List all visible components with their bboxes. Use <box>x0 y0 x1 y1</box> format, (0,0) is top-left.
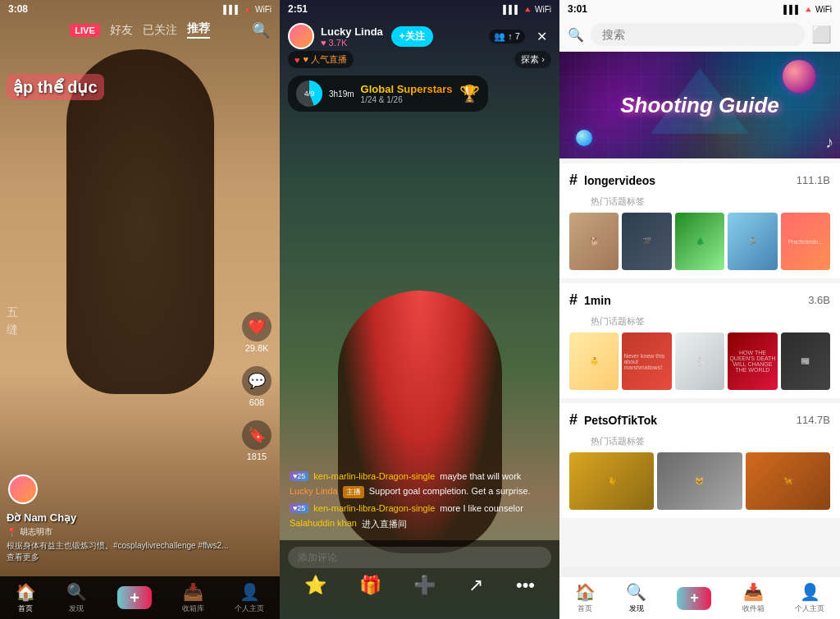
hashtag-header-longervideos[interactable]: # longervideos 111.1B <box>569 172 830 189</box>
rank-info: Global Superstars 1/24 & 1/26 <box>361 83 453 104</box>
panel3-search-bar: 🔍 ⬜ <box>559 18 840 52</box>
hashtag-header-pets[interactable]: # PetsOfTikTok 114.7B <box>569 411 830 429</box>
nav-discover[interactable]: 🔍 发现 <box>66 582 87 614</box>
viewers-badge: 👥 ↑ 7 <box>489 30 525 44</box>
live-badge: LIVE <box>70 24 99 37</box>
bookmark-action[interactable]: 🔖 1815 <box>242 420 272 461</box>
hashtag-subtitle-3: 热门话题标签 <box>591 435 830 447</box>
nav-home-label: 首页 <box>18 603 33 614</box>
panel2-top-overlay: Lucky Linda ♥ 3.7K +关注 👥 ↑ 7 ✕ <box>280 18 559 54</box>
status-bar-panel1: 3:08 ▌▌▌ 🔺 WiFi <box>0 0 280 18</box>
p3-nav-profile[interactable]: 👤 个人主页 <box>795 582 824 614</box>
comment-action[interactable]: 💬 608 <box>242 366 272 407</box>
p3-nav-home[interactable]: 🏠 首页 <box>575 582 596 614</box>
panel2-livechat: 2:51 ▌▌▌ 🔺 WiFi Lucky Linda ♥ 3.7K +关注 👥… <box>280 0 559 619</box>
panel1-right-actions: ❤️ 29.8K 💬 608 🔖 1815 <box>242 312 272 461</box>
panel3-discover: 3:01 ▌▌▌ 🔺 WiFi 🔍 ⬜ Shooting Guide ♪ # l… <box>559 0 840 619</box>
panel1-livestream: 3:08 ▌▌▌ 🔺 WiFi LIVE 好友 已关注 推荐 🔍 ập thể … <box>0 0 280 619</box>
nav-profile-label: 个人主页 <box>235 603 264 614</box>
panel1-top-bar: LIVE 好友 已关注 推荐 <box>0 21 280 39</box>
hashtag-subtitle-1: 热门话题标签 <box>591 195 830 208</box>
thumb-1-2[interactable]: 🎬 <box>622 213 671 270</box>
chat-message-3: Salahuddin khan 进入直播间 <box>290 518 550 530</box>
nav-home[interactable]: 🏠 首页 <box>16 582 36 614</box>
discover-icon: 🔍 <box>66 582 87 602</box>
p3-nav-inbox[interactable]: 📥 收件箱 <box>742 582 765 614</box>
thumb-1-5[interactable]: Practicando... <box>781 213 830 270</box>
comment-icon: 💬 <box>242 366 272 396</box>
bookmark-icon: 🔖 <box>242 420 272 450</box>
location-text: 胡志明市 <box>20 526 52 538</box>
comment-input-row <box>288 547 551 568</box>
p3-nav-plus[interactable]: + <box>677 587 711 610</box>
share-icon[interactable]: ↗ <box>468 575 483 596</box>
like-action[interactable]: ❤️ 29.8K <box>242 312 272 353</box>
more-icon[interactable]: ••• <box>516 575 535 596</box>
banner-sphere-2 <box>576 130 592 146</box>
thumb-3-1[interactable]: 🐈 <box>569 452 654 510</box>
thumb-3-3[interactable]: 🦮 <box>746 452 830 510</box>
tab-friends[interactable]: 好友 <box>110 23 133 38</box>
hashtag-section-1min: # 1min 3.6B 热门话题标签 👶 Never knew this abo… <box>559 283 840 398</box>
panel3-content[interactable]: # longervideos 111.1B 热门话题标签 🐕 🎬 🌲 🏃 <box>559 158 840 567</box>
search-input-panel3[interactable] <box>591 23 805 46</box>
p3-nav-discover[interactable]: 🔍 发现 <box>626 582 646 614</box>
gift-icon[interactable]: 🎁 <box>359 575 381 596</box>
home-icon: 🏠 <box>16 582 36 602</box>
thumb-3-2[interactable]: 🐱 <box>657 452 742 510</box>
chat-text-2: more I like counselor <box>440 503 550 513</box>
like-count: 29.8K <box>245 343 269 353</box>
nav-inbox[interactable]: 📥 收箱库 <box>182 582 204 614</box>
panel2-top-right: 👥 ↑ 7 ✕ <box>489 26 551 46</box>
add-circle-icon[interactable]: ➕ <box>413 575 436 596</box>
hashtag-name-2: 1min <box>584 294 801 307</box>
thumb-1-3[interactable]: 🌲 <box>675 213 724 270</box>
time-panel2: 2:51 <box>288 3 308 15</box>
rank-time: 3h19m <box>329 89 354 99</box>
thumb-2-3[interactable]: 🐇 <box>675 332 724 390</box>
chat-message-2: ♥25 ken-marlin-libra-Dragon-single more … <box>290 503 550 513</box>
thumb-1-4[interactable]: 🏃 <box>728 213 777 270</box>
tab-following[interactable]: 已关注 <box>143 23 177 38</box>
hashtag-count-1: 111.1B <box>797 174 830 186</box>
host-tag: 主播 <box>343 486 364 498</box>
streamer-avatar[interactable] <box>8 475 38 504</box>
rank-progress-text: 4/9 <box>304 89 315 98</box>
hero-banner: Shooting Guide ♪ <box>559 52 840 158</box>
scan-icon[interactable]: ⬜ <box>811 25 832 44</box>
time-panel3: 3:01 <box>568 3 587 15</box>
streamer-name: Đờ Nam Chạy <box>7 511 239 524</box>
explore-button[interactable]: 探素 › <box>514 51 551 68</box>
nav-profile[interactable]: 👤 个人主页 <box>235 582 264 614</box>
host-avatar[interactable] <box>288 23 314 49</box>
chat-badge-2: ♥25 <box>290 503 308 513</box>
viewers-icon: 👥 <box>494 31 505 42</box>
thumb-2-4[interactable]: HOW THE QUEEN'S DEATH WILL CHANGE THE WO… <box>728 332 777 390</box>
chat-username-2: ken-marlin-libra-Dragon-single <box>313 503 435 513</box>
p3-nav-inbox-label: 收件箱 <box>742 603 765 614</box>
trophy-icon: 🏆 <box>459 84 480 103</box>
nav-plus-button[interactable]: + <box>117 586 152 609</box>
rank-dates: 1/24 & 1/26 <box>361 95 453 104</box>
hashtag-section-petsoftiktok: # PetsOfTikTok 114.7B 热门话题标签 🐈 🐱 🦮 <box>559 403 840 518</box>
hashtag-thumbs-3: 🐈 🐱 🦮 <box>569 452 830 510</box>
status-icons-panel3: ▌▌▌ 🔺 WiFi <box>783 5 832 14</box>
hashtag-header-1min[interactable]: # 1min 3.6B <box>569 291 830 309</box>
chat-text-0: maybe that will work <box>440 471 550 481</box>
follow-button[interactable]: +关注 <box>391 26 433 47</box>
thumb-2-1[interactable]: 👶 <box>569 332 619 390</box>
nav-discover-label: 发现 <box>69 603 84 614</box>
chat-messages: ♥25 ken-marlin-libra-Dragon-single maybe… <box>280 465 559 537</box>
hashtag-thumbs-1: 🐕 🎬 🌲 🏃 Practicando... <box>569 213 830 270</box>
comment-input[interactable] <box>288 547 551 568</box>
thumb-2-5[interactable]: 📰 <box>781 332 830 390</box>
star-icon[interactable]: ⭐ <box>304 575 326 596</box>
thumb-1-1[interactable]: 🐕 <box>569 213 619 270</box>
tiktok-logo-banner: ♪ <box>825 133 833 152</box>
tab-recommend[interactable]: 推荐 <box>187 21 210 39</box>
host-label: Lucky Linda <box>290 486 338 496</box>
thumb-2-2[interactable]: Never knew this about marshmallows! <box>622 332 671 390</box>
chat-text-1: Support goal completion. Get a surprise. <box>369 486 550 496</box>
panel1-figure-silhouette <box>66 49 214 394</box>
close-button[interactable]: ✕ <box>532 26 551 46</box>
